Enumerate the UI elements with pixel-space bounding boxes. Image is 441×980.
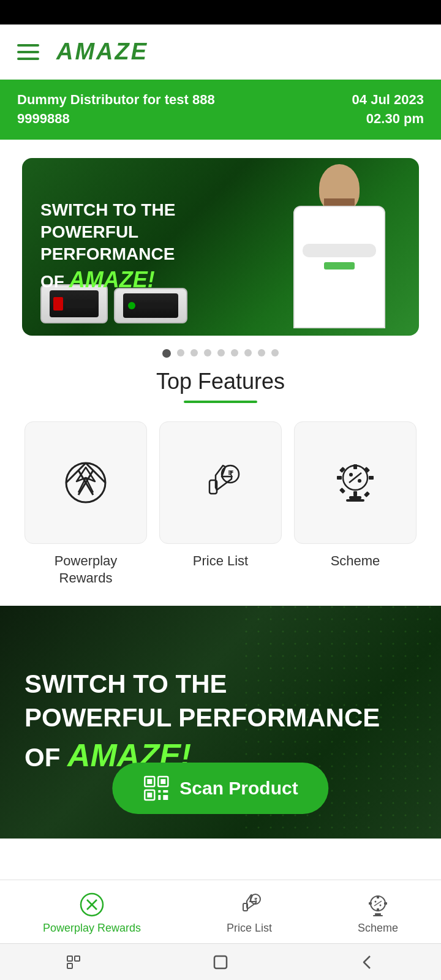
svg-rect-52 bbox=[373, 915, 383, 916]
svg-rect-18 bbox=[339, 488, 345, 494]
svg-rect-30 bbox=[160, 779, 165, 784]
svg-text:₹: ₹ bbox=[228, 469, 233, 479]
android-recent-button[interactable] bbox=[62, 951, 85, 973]
scheme-label: Scheme bbox=[331, 552, 380, 570]
svg-rect-15 bbox=[369, 476, 374, 480]
carousel-dot-9[interactable] bbox=[271, 349, 279, 356]
carousel-dot-6[interactable] bbox=[231, 349, 238, 356]
svg-rect-32 bbox=[147, 793, 152, 797]
scheme-nav-icon bbox=[364, 891, 391, 918]
datetime-info: 04 Jul 2023 02.30 pm bbox=[352, 91, 424, 129]
section-title-underline bbox=[184, 401, 257, 403]
nav-item-pricelist[interactable]: ₹ Price List bbox=[227, 891, 272, 935]
carousel-dot-1[interactable] bbox=[162, 349, 171, 358]
svg-rect-45 bbox=[377, 908, 379, 911]
pricelist-icon: ₹ bbox=[196, 458, 245, 507]
status-bar bbox=[0, 0, 441, 24]
feature-powerplay-card[interactable]: PowerplayRewards bbox=[24, 421, 147, 587]
bottom-navigation: Powerplay Rewards ₹ Price List Sch bbox=[0, 880, 441, 943]
scan-product-label: Scan Product bbox=[179, 778, 298, 799]
scheme-icon bbox=[331, 458, 380, 507]
distributor-phone: 9999888 bbox=[17, 110, 215, 129]
scheme-icon-box bbox=[294, 421, 417, 544]
svg-rect-34 bbox=[158, 795, 160, 800]
qr-scan-icon bbox=[143, 775, 170, 802]
svg-rect-12 bbox=[353, 464, 357, 469]
hero-of-text: OF bbox=[40, 272, 69, 291]
second-banner-switch-text: SWITCH TO THEPOWERFUL PERFORMANCE OF AMA… bbox=[24, 668, 380, 776]
top-features-section: Top Features bbox=[0, 369, 441, 403]
android-navigation-bar bbox=[0, 943, 441, 980]
svg-point-20 bbox=[349, 473, 353, 477]
svg-rect-13 bbox=[353, 491, 357, 496]
feature-pricelist-card[interactable]: ₹ Price List bbox=[159, 421, 282, 587]
android-home-button[interactable] bbox=[209, 951, 232, 973]
powerplay-nav-icon bbox=[78, 891, 105, 918]
home-icon bbox=[209, 951, 232, 973]
time-display: 02.30 pm bbox=[352, 110, 424, 129]
svg-rect-23 bbox=[349, 496, 361, 499]
nav-label-scheme: Scheme bbox=[358, 922, 398, 935]
hero-brand-highlight: AMAZE! bbox=[69, 267, 155, 292]
powerplay-icon-box bbox=[24, 421, 147, 544]
features-row: PowerplayRewards ₹ Price List bbox=[0, 421, 441, 587]
svg-rect-19 bbox=[364, 467, 370, 473]
info-bar: Dummy Distributor for test 888 9999888 0… bbox=[0, 80, 441, 140]
recent-apps-icon bbox=[62, 951, 85, 973]
powerplay-label: PowerplayRewards bbox=[55, 552, 118, 587]
back-icon bbox=[356, 951, 379, 973]
nav-label-powerplay: Powerplay Rewards bbox=[43, 922, 141, 935]
carousel-dot-7[interactable] bbox=[244, 349, 252, 356]
powerplay-icon bbox=[61, 458, 110, 507]
svg-rect-24 bbox=[346, 499, 364, 502]
nav-item-powerplay[interactable]: Powerplay Rewards bbox=[43, 891, 141, 935]
android-back-button[interactable] bbox=[356, 951, 379, 973]
svg-rect-17 bbox=[364, 491, 370, 497]
svg-point-21 bbox=[358, 479, 361, 483]
main-content: SWITCH TO THEPOWERFUL PERFORMANCE OF AMA… bbox=[0, 140, 441, 839]
distributor-name: Dummy Distributor for test 888 bbox=[17, 91, 215, 110]
svg-rect-55 bbox=[67, 963, 72, 968]
carousel-dot-4[interactable] bbox=[204, 349, 211, 356]
svg-rect-36 bbox=[163, 795, 168, 800]
svg-rect-33 bbox=[158, 790, 160, 793]
section-title: Top Features bbox=[0, 369, 441, 394]
carousel-dot-2[interactable] bbox=[177, 349, 184, 356]
svg-rect-51 bbox=[375, 913, 381, 915]
hero-banner: SWITCH TO THEPOWERFUL PERFORMANCE OF AMA… bbox=[22, 158, 419, 336]
hamburger-menu-button[interactable] bbox=[17, 44, 39, 60]
nav-item-scheme[interactable]: Scheme bbox=[358, 891, 398, 935]
svg-rect-46 bbox=[369, 902, 372, 905]
svg-rect-35 bbox=[163, 790, 168, 793]
svg-rect-53 bbox=[67, 956, 72, 961]
svg-rect-56 bbox=[214, 956, 227, 968]
svg-rect-54 bbox=[75, 956, 80, 961]
hero-text: SWITCH TO THEPOWERFUL PERFORMANCE OF AMA… bbox=[22, 181, 419, 313]
carousel-dot-3[interactable] bbox=[190, 349, 198, 356]
pricelist-icon-box: ₹ bbox=[159, 421, 282, 544]
date-display: 04 Jul 2023 bbox=[352, 91, 424, 110]
distributor-info: Dummy Distributor for test 888 9999888 bbox=[17, 91, 215, 129]
svg-point-48 bbox=[374, 901, 376, 903]
feature-scheme-card[interactable]: Scheme bbox=[294, 421, 417, 587]
hero-switch-text: SWITCH TO THEPOWERFUL PERFORMANCE OF AMA… bbox=[40, 199, 224, 295]
svg-rect-44 bbox=[377, 895, 379, 899]
scan-product-button[interactable]: Scan Product bbox=[112, 763, 328, 814]
nav-label-pricelist: Price List bbox=[227, 922, 272, 935]
header: AMAZE bbox=[0, 24, 441, 80]
svg-point-49 bbox=[379, 905, 381, 907]
pricelist-nav-icon: ₹ bbox=[236, 891, 263, 918]
second-banner: SWITCH TO THEPOWERFUL PERFORMANCE OF AMA… bbox=[0, 606, 441, 839]
svg-text:₹: ₹ bbox=[254, 897, 258, 903]
svg-rect-28 bbox=[147, 779, 152, 784]
pricelist-label: Price List bbox=[193, 552, 248, 570]
carousel-dot-8[interactable] bbox=[258, 349, 265, 356]
svg-rect-47 bbox=[384, 902, 387, 905]
brand-logo: AMAZE bbox=[56, 39, 148, 65]
second-banner-of: OF bbox=[24, 743, 67, 772]
carousel-dots bbox=[0, 349, 441, 358]
svg-rect-14 bbox=[337, 476, 342, 480]
carousel-dot-5[interactable] bbox=[217, 349, 225, 356]
